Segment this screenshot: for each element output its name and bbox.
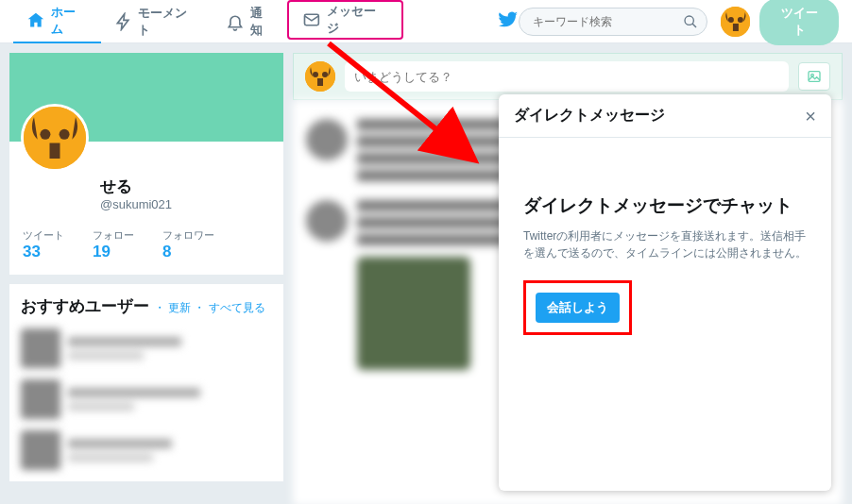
compose-box	[293, 53, 843, 100]
compose-avatar	[305, 61, 335, 92]
svg-rect-6	[24, 107, 86, 169]
wtf-refresh[interactable]: 更新	[168, 301, 191, 314]
nav-notifications[interactable]: 通知	[213, 0, 288, 43]
add-media-button[interactable]	[798, 62, 830, 91]
image-icon	[806, 69, 823, 84]
search-icon	[683, 14, 698, 29]
search-input[interactable]	[519, 8, 707, 36]
tweet-button[interactable]: ツイート	[759, 0, 839, 45]
profile-card: せる @sukumi021 ツイート 33 フォロー 19 フォロワー 8	[9, 53, 283, 275]
stat-tweets[interactable]: ツイート 33	[23, 228, 64, 261]
compose-input[interactable]	[345, 61, 789, 92]
who-to-follow: おすすめユーザー ・ 更新 ・ すべて見る	[9, 284, 283, 481]
home-icon	[26, 11, 45, 30]
top-navbar: ホーム モーメント 通知 メッセージ ツイート	[0, 0, 852, 43]
stat-following-label: フォロー	[93, 228, 134, 243]
svg-point-11	[313, 72, 318, 77]
svg-rect-9	[50, 143, 60, 160]
svg-rect-5	[732, 23, 738, 30]
nav-moments[interactable]: モーメント	[101, 0, 213, 43]
dm-cta-highlight: 会話しよう	[523, 280, 632, 335]
nav-home[interactable]: ホーム	[13, 0, 101, 43]
svg-point-1	[685, 16, 693, 25]
dm-empty-title: ダイレクトメッセージでチャット	[523, 194, 807, 218]
list-item	[21, 379, 272, 419]
envelope-icon	[302, 10, 321, 29]
nav-messages[interactable]: メッセージ	[289, 0, 400, 42]
stat-tweets-label: ツイート	[23, 228, 64, 243]
svg-point-8	[60, 129, 70, 140]
dm-empty-desc: Twitterの利用者にメッセージを直接送れます。送信相手を選んで送るので、タイ…	[523, 227, 807, 261]
svg-point-7	[40, 129, 50, 140]
list-item	[21, 328, 272, 368]
nav-moments-label: モーメント	[138, 5, 198, 39]
svg-rect-13	[317, 78, 323, 86]
svg-point-3	[727, 17, 733, 23]
lightning-icon	[114, 12, 133, 31]
wtf-title: おすすめユーザー	[21, 297, 149, 315]
nav-messages-highlight: メッセージ	[287, 0, 402, 40]
svg-rect-2	[721, 7, 751, 37]
profile-handle[interactable]: @sukumi021	[100, 197, 270, 211]
account-avatar[interactable]	[721, 7, 751, 37]
stat-followers[interactable]: フォロワー 8	[162, 228, 214, 261]
bell-icon	[226, 12, 245, 31]
svg-rect-10	[305, 61, 335, 92]
stat-followers-value: 8	[162, 243, 214, 261]
list-item	[21, 430, 272, 470]
stat-following-value: 19	[93, 243, 134, 261]
stat-tweets-value: 33	[23, 243, 64, 261]
nav-notifications-label: 通知	[250, 5, 275, 39]
search-box[interactable]	[519, 8, 707, 36]
svg-point-4	[737, 17, 742, 23]
profile-name[interactable]: せる	[100, 176, 270, 197]
dm-modal-title: ダイレクトメッセージ	[514, 106, 665, 126]
nav-home-label: ホーム	[51, 4, 88, 38]
wtf-view-all[interactable]: すべて見る	[209, 301, 265, 314]
dm-start-button[interactable]: 会話しよう	[536, 293, 620, 323]
svg-point-12	[322, 72, 328, 77]
profile-banner	[9, 53, 283, 142]
stat-followers-label: フォロワー	[162, 228, 214, 243]
dm-modal: ダイレクトメッセージ × ダイレクトメッセージでチャット Twitterの利用者…	[499, 94, 831, 491]
stat-following[interactable]: フォロー 19	[93, 228, 134, 261]
svg-rect-14	[809, 72, 820, 82]
twitter-logo[interactable]	[498, 9, 519, 34]
dm-close-button[interactable]: ×	[805, 107, 816, 126]
nav-messages-label: メッセージ	[327, 3, 387, 37]
profile-avatar[interactable]	[21, 104, 89, 172]
